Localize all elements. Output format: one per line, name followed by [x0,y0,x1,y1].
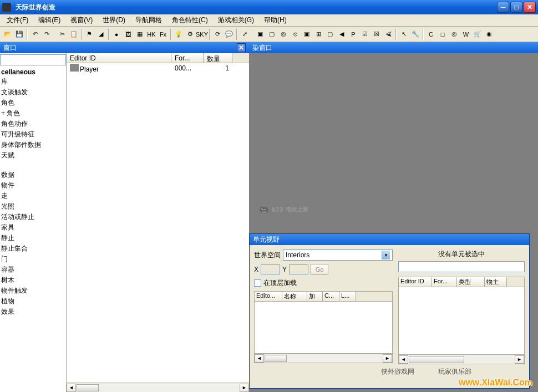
go-button[interactable]: Go [311,264,328,275]
x-input[interactable] [261,264,280,274]
tree-item[interactable]: 容器 [0,264,66,275]
object-list-hscroll[interactable]: ◄ ► [67,383,249,392]
cell-list-left[interactable]: Edito... 名称 加 C... L... ◄ ► [254,291,393,363]
tree-item[interactable] [0,317,66,326]
tree-item[interactable]: 物件 [0,180,66,191]
tree-item[interactable] [0,161,66,170]
col-form[interactable]: For... [171,53,204,63]
chevron-down-icon[interactable]: ▼ [382,251,390,259]
fx-icon[interactable]: Fx [158,29,169,40]
y-input[interactable] [289,264,308,274]
scroll-right-icon[interactable]: ► [240,384,249,392]
minimize-button[interactable]: ─ [497,2,509,13]
scroll-left-icon[interactable]: ◄ [255,354,264,363]
target-icon[interactable]: ◎ [278,29,289,40]
box-a-icon[interactable]: ▣ [255,29,266,40]
box-b-icon[interactable]: ▢ [266,29,277,40]
cell-left-hscroll[interactable]: ◄ ► [255,353,392,363]
selection-input[interactable] [398,261,525,272]
target2-icon[interactable]: ◎ [449,29,460,40]
scroll-right-icon[interactable]: ► [515,355,524,364]
tree-item[interactable]: 植物 [0,296,66,307]
menu-navmesh[interactable]: 导航网格 [131,14,166,26]
menu-file[interactable]: 文件(F) [2,14,33,26]
grid-icon[interactable]: ▦ [134,29,145,40]
world-icon[interactable]: ◉ [484,29,495,40]
tree-item[interactable]: 物件触发 [0,286,66,296]
category-tree[interactable]: cellaneous库文谈触发角色+ 角色角色动作可升级特征身体部件数据天赋 数… [0,53,67,392]
cell-view-title[interactable]: 单元视野 [250,234,529,245]
col-l-c[interactable]: C... [323,292,339,301]
circle-green-icon[interactable]: ● [111,29,122,40]
render-window-title[interactable]: 染窗口 [249,42,538,53]
col-l-editor[interactable]: Edito... [255,292,282,301]
worldspace-dropdown[interactable]: Interiors ▼ [283,250,393,261]
paste-icon[interactable]: 📋 [68,29,79,40]
scroll-thumb[interactable] [409,356,464,363]
menu-help[interactable]: 帮助(H) [260,14,291,26]
col-r-editor[interactable]: Editor ID [399,277,432,287]
box-hk-icon[interactable]: HK [146,29,157,40]
w-box-icon[interactable]: W [460,29,471,40]
col-r-type[interactable]: 类型 [457,277,485,287]
tree-item[interactable]: 文谈触发 [0,87,66,98]
col-l-name[interactable]: 名称 [282,292,307,301]
tree-item[interactable]: 家具 [0,222,66,233]
stop-icon[interactable]: ⦸ [290,29,301,40]
object-list-body[interactable]: Player 000... 1 [67,63,249,383]
box-d-icon[interactable]: ▢ [324,29,336,40]
folder-open-icon[interactable]: 📂 [2,29,13,40]
empty-icon[interactable]: □ [437,29,448,40]
cell-list-right[interactable]: Editor ID For... 类型 物主 ◄ ► [398,277,525,364]
scroll-left-icon[interactable]: ◄ [67,384,76,392]
tree-item[interactable]: 门 [0,254,66,264]
tree-item[interactable]: 身体部件数据 [0,140,66,150]
image-icon[interactable]: 🖼 [123,29,134,40]
object-window-close-icon[interactable]: ✕ [237,43,246,52]
arrow-icon[interactable]: ↖ [398,29,409,40]
tree-item[interactable]: 静止集合 [0,243,66,254]
lightbulb-icon[interactable]: 💡 [173,29,184,40]
col-l-add[interactable]: 加 [307,292,323,301]
tree-item[interactable]: cellaneous [0,68,66,77]
gear-icon[interactable]: ⚙ [185,29,196,40]
menu-gameplay[interactable]: 游戏相关(G) [214,14,258,26]
rotate-icon[interactable]: ⟳ [212,29,223,40]
back-icon[interactable]: ◀ [336,29,347,40]
col-count[interactable]: 数量 [204,53,232,63]
scroll-left-icon[interactable]: ◄ [399,355,408,364]
object-window-title[interactable]: 窗口 ✕ [0,42,249,53]
scroll-thumb[interactable] [77,384,99,391]
scroll-thumb[interactable] [265,355,287,362]
redo-icon[interactable]: ↷ [41,29,52,40]
tree-item[interactable]: 效果 [0,307,66,317]
scroll-right-icon[interactable]: ► [383,354,392,363]
cart-icon[interactable]: 🛒 [472,29,483,40]
tree-item[interactable]: 可升级特征 [0,129,66,140]
sky-icon[interactable]: SKY [196,29,207,40]
box-c-icon[interactable]: ▣ [301,29,312,40]
tree-item[interactable] [0,326,66,335]
tree-item[interactable]: 走 [0,191,66,201]
tree-item[interactable]: 库 [0,77,66,87]
menu-view[interactable]: 视窗(V) [66,14,97,26]
tree-item[interactable]: + 角色 [0,108,66,119]
cut-icon[interactable]: ✂ [57,29,68,40]
layout-icon[interactable]: ⊞ [313,29,324,40]
menu-character[interactable]: 角色特性(C) [168,14,212,26]
tree-item[interactable] [0,335,66,344]
close-button[interactable]: ✕ [524,2,536,13]
c-box-icon[interactable]: C [425,29,437,40]
tree-item[interactable]: 角色动作 [0,119,66,129]
check-icon[interactable]: ☑ [359,29,370,40]
col-editor-id[interactable]: Editor ID [67,53,171,63]
tree-item[interactable]: 静止 [0,233,66,243]
undo-icon[interactable]: ↶ [29,29,40,40]
maximize-button[interactable]: □ [510,2,522,13]
wrench-icon[interactable]: 🔧 [410,29,421,40]
load-top-checkbox[interactable] [254,279,261,287]
col-r-for[interactable]: For... [432,277,457,287]
tree-item[interactable]: 树木 [0,275,66,286]
tree-item[interactable]: 活动或静止 [0,212,66,222]
col-l-l[interactable]: L... [339,292,356,301]
